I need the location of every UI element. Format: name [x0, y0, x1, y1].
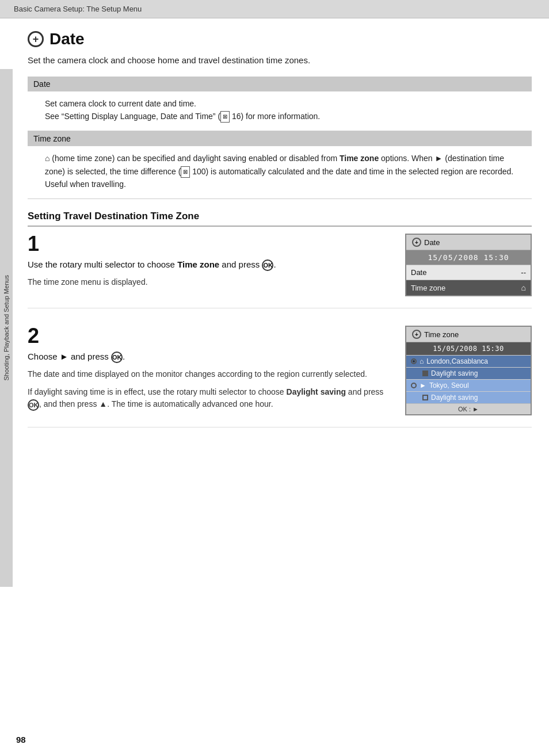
step-1: 1 Use the rotary multi selector to choos… [28, 234, 532, 308]
camera-screen-2: Time zone 15/05/2008 15:30 ⌂ London,Casa… [405, 326, 532, 415]
cam2-daylight2-label: Daylight saving [431, 394, 478, 402]
cam1-date-row: 15/05/2008 15:30 [406, 250, 531, 265]
home-icon: ⌂ [45, 154, 49, 163]
cam1-row-timezone: Time zone ⌂ [406, 280, 531, 295]
cam2-clock-icon [412, 330, 421, 339]
subtitle: Set the camera clock and choose home and… [28, 54, 532, 67]
step-1-instruction: Use the rotary multi selector to choose … [28, 258, 394, 272]
cam2-check-2 [422, 395, 428, 400]
cam2-daylight2-row: Daylight saving [406, 391, 531, 403]
date-section-body: Set camera clock to current date and tim… [28, 91, 532, 132]
step-1-note: The time zone menu is displayed. [28, 276, 394, 288]
cam1-header: Date [406, 235, 531, 250]
cam2-home-icon-row: ⌂ [420, 357, 424, 365]
header-bar: Basic Camera Setup: The Setup Menu [0, 0, 549, 18]
step-1-left: 1 Use the rotary multi selector to choos… [28, 234, 394, 288]
page-title-row: Date [28, 30, 532, 48]
steps-container: 1 Use the rotary multi selector to choos… [28, 234, 532, 427]
cam1-row-date: Date -- [406, 265, 531, 280]
cam1-clock-icon [412, 238, 421, 247]
cam2-tokyo-label: Tokyo, Seoul [429, 381, 469, 390]
timezone-section-header: Time zone [28, 131, 532, 146]
cam2-date-row: 15/05/2008 15:30 [406, 342, 531, 355]
date-body-line2: See “Setting Display Language, Date and … [45, 110, 514, 123]
sidebar-label: Shooting, Playback and Setup Menus [3, 275, 10, 380]
ref-icon-16: ⊠ [220, 111, 230, 123]
date-section-header: Date [28, 77, 532, 91]
step-2-number: 2 [28, 326, 394, 346]
cam2-footer: OK : ► [406, 403, 531, 414]
page-title: Date [49, 30, 85, 48]
cam2-tokyo-row: ► Tokyo, Seoul [406, 379, 531, 391]
cam2-header: Time zone [406, 327, 531, 342]
cam1-home-icon: ⌂ [521, 283, 526, 292]
ok-button-3: OK [28, 399, 39, 411]
step-2-note1: The date and time displayed on the monit… [28, 368, 394, 380]
cam2-daylight1-row: Daylight saving [406, 367, 531, 379]
camera-screen-1: Date 15/05/2008 15:30 Date -- Time zone … [405, 234, 532, 296]
step-2-left: 2 Choose ► and press OK. The date and ti… [28, 326, 394, 410]
cam2-dest-icon: ► [420, 381, 426, 390]
step-2-note2: If daylight saving time is in effect, us… [28, 386, 394, 410]
clock-plus-icon [28, 31, 44, 47]
timezone-section-body: ⌂ (home time zone) can be specified and … [28, 146, 532, 199]
cam2-london-label: London,Casablanca [426, 357, 488, 365]
step-2-instruction: Choose ► and press OK. [28, 350, 394, 364]
step-1-number: 1 [28, 234, 394, 254]
date-body-line1: Set camera clock to current date and tim… [45, 97, 514, 110]
sidebar: Shooting, Playback and Setup Menus [0, 69, 13, 587]
cam2-radio-2 [411, 383, 417, 388]
header-label: Basic Camera Setup: The Setup Menu [14, 5, 142, 13]
cam2-radio-1 [411, 358, 417, 364]
page-number: 98 [16, 735, 26, 744]
cam2-header-label: Time zone [424, 330, 459, 339]
step-2: 2 Choose ► and press OK. The date and ti… [28, 326, 532, 427]
cam2-check-1 [422, 371, 428, 376]
cam1-header-label: Date [424, 238, 440, 247]
main-content: Date Set the camera clock and choose hom… [16, 18, 549, 456]
ok-button-2: OK [111, 352, 123, 363]
ref-icon-100: ⊠ [181, 166, 190, 178]
ok-button-1: OK [262, 259, 273, 271]
cam2-daylight1-label: Daylight saving [431, 369, 478, 377]
cam2-london-row: ⌂ London,Casablanca [406, 355, 531, 367]
travel-heading: Setting Travel Destination Time Zone [28, 211, 532, 227]
